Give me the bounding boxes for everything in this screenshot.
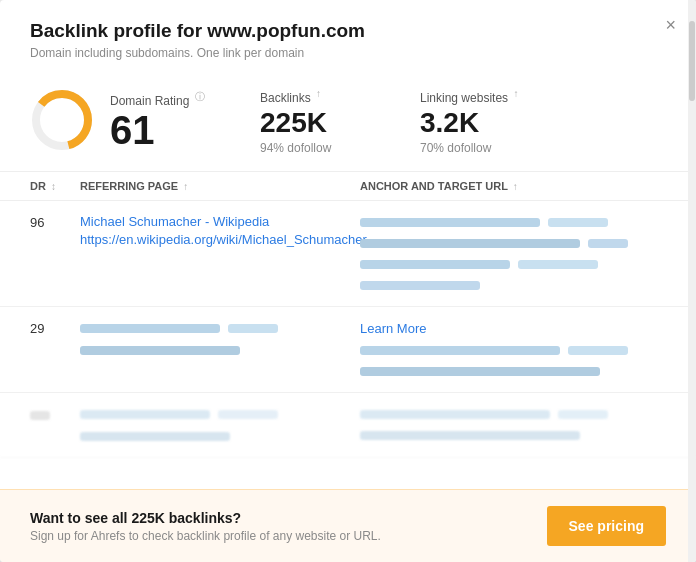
footer-sub-text: Sign up for Ahrefs to check backlink pro… [30, 529, 381, 543]
domain-rating-chart [30, 88, 94, 152]
anchor-sort-icon: ↑ [513, 181, 518, 192]
backlinks-label: Backlinks ↑ [260, 88, 390, 105]
dr-value: 61 [110, 110, 205, 150]
backlinks-sub: 94% dofollow [260, 141, 390, 155]
cell-dr-2: 29 [30, 319, 80, 336]
linking-sub: 70% dofollow [420, 141, 550, 155]
referring-url-link-1[interactable]: https://en.wikipedia.org/wiki/Michael_Sc… [80, 231, 360, 249]
blurred-anchor-text [518, 260, 598, 269]
col-header-referring[interactable]: Referring page ↑ [80, 180, 360, 192]
linking-value: 3.2K [420, 109, 550, 137]
table-header: DR ↕ Referring page ↑ Anchor and target … [0, 172, 696, 201]
table-row: 29 Learn More [0, 307, 696, 393]
linking-websites-block: Linking websites ↑ 3.2K 70% dofollow [390, 88, 550, 155]
table-body: 96 Michael Schumacher - Wikipedia https:… [0, 201, 696, 489]
svg-point-2 [44, 102, 80, 138]
backlinks-info-icon: ↑ [316, 88, 321, 99]
blurred-anchor-text [568, 346, 628, 355]
scrollbar-track[interactable] [688, 0, 696, 562]
blurred-ref-url [80, 346, 240, 355]
modal-title: Backlink profile for www.popfun.com [30, 20, 656, 42]
dr-sort-icon: ↕ [51, 181, 56, 192]
cell-referring-3 [80, 405, 360, 445]
col-header-dr[interactable]: DR ↕ [30, 180, 80, 192]
footer-main-text: Want to see all 225K backlinks? [30, 510, 381, 526]
blurred-ref [80, 432, 230, 441]
blurred-ref [80, 410, 210, 419]
blurred-anchor-text [360, 281, 480, 290]
metrics-row: Domain Rating ⓘ 61 Backlinks ↑ 225K 94% … [0, 70, 696, 172]
blurred-anchor-text [360, 367, 600, 376]
backlinks-block: Backlinks ↑ 225K 94% dofollow [230, 88, 390, 155]
close-button[interactable]: × [665, 16, 676, 34]
modal-header: Backlink profile for www.popfun.com Doma… [0, 0, 696, 70]
backlink-modal: Backlink profile for www.popfun.com Doma… [0, 0, 696, 562]
modal-subtitle: Domain including subdomains. One link pe… [30, 46, 656, 60]
see-pricing-button[interactable]: See pricing [547, 506, 666, 546]
dr-label: Domain Rating ⓘ [110, 90, 205, 108]
referring-sort-icon: ↑ [183, 181, 188, 192]
cell-dr-3 [30, 405, 80, 422]
blurred-anchor-text [360, 260, 510, 269]
linking-label: Linking websites ↑ [420, 88, 550, 105]
footer-banner: Want to see all 225K backlinks? Sign up … [0, 489, 696, 562]
blurred-anchor-text [360, 346, 560, 355]
cell-anchor-1 [360, 213, 666, 294]
blurred-ref [218, 410, 278, 419]
cell-anchor-2: Learn More [360, 319, 666, 380]
domain-rating-section: Domain Rating ⓘ 61 [30, 88, 230, 152]
blurred-dr [30, 411, 50, 420]
cell-dr-1: 96 [30, 213, 80, 230]
footer-text-block: Want to see all 225K backlinks? Sign up … [30, 510, 381, 543]
blurred-anchor-text [548, 218, 608, 227]
col-header-anchor[interactable]: Anchor and target URL ↑ [360, 180, 666, 192]
blurred-anchor-text [360, 218, 540, 227]
referring-title-link-1[interactable]: Michael Schumacher - Wikipedia [80, 213, 360, 231]
blurred-anchor-text [558, 410, 608, 419]
anchor-learn-more[interactable]: Learn More [360, 319, 666, 339]
cell-anchor-3 [360, 405, 666, 444]
blurred-anchor-text [360, 431, 580, 440]
cell-referring-2 [80, 319, 360, 359]
blurred-anchor-text [360, 239, 580, 248]
blurred-ref-title [80, 324, 220, 333]
table-row: 96 Michael Schumacher - Wikipedia https:… [0, 201, 696, 307]
cell-referring-1: Michael Schumacher - Wikipedia https://e… [80, 213, 360, 249]
backlinks-value: 225K [260, 109, 390, 137]
linking-info-icon: ↑ [513, 88, 518, 99]
blurred-ref-title [228, 324, 278, 333]
table-row [0, 393, 696, 458]
blurred-anchor-text [588, 239, 628, 248]
blurred-anchor-text [360, 410, 550, 419]
domain-rating-info: Domain Rating ⓘ 61 [110, 90, 205, 150]
dr-info-icon: ⓘ [195, 91, 205, 102]
